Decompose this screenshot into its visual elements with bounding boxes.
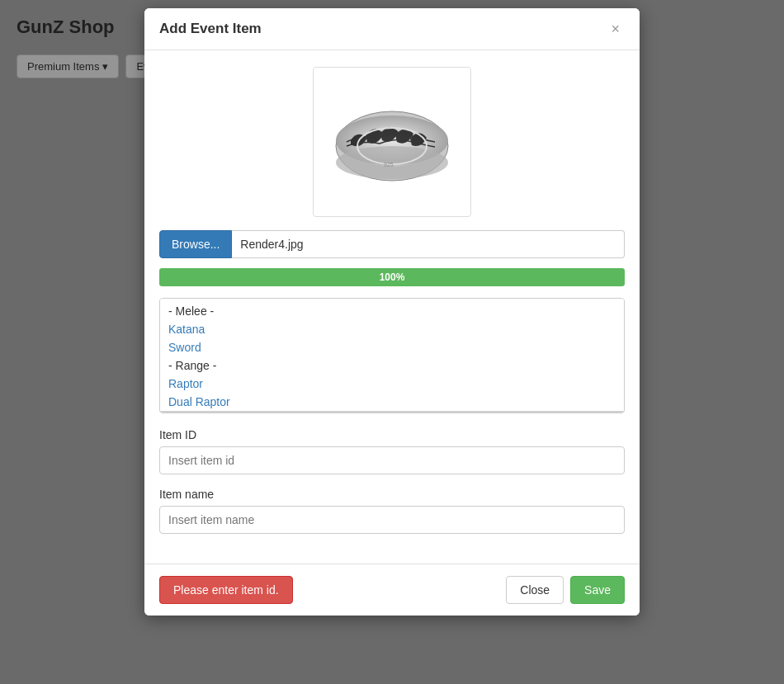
- select-option-range[interactable]: - Range -: [160, 356, 624, 375]
- modal-footer: Please enter item id. Close Save: [144, 564, 640, 616]
- select-option-dual-raptor[interactable]: Dual Raptor: [160, 393, 624, 411]
- select-option-melee[interactable]: - Melee -: [160, 302, 624, 320]
- progress-container: 100%: [159, 268, 625, 286]
- save-button[interactable]: Save: [570, 576, 625, 604]
- select-option-raptor[interactable]: Raptor: [160, 375, 624, 393]
- browse-button[interactable]: Browse...: [159, 230, 232, 258]
- item-id-label: Item ID: [159, 428, 625, 441]
- progress-label: 100%: [159, 271, 625, 283]
- item-id-input[interactable]: [159, 446, 625, 474]
- select-option-sword[interactable]: Sword: [160, 338, 624, 356]
- add-event-item-modal: Add Event Item ×: [144, 8, 640, 616]
- svg-text:925: 925: [384, 162, 394, 167]
- select-option-katana[interactable]: Katana: [160, 320, 624, 338]
- modal-body: 925 Browse... Render4.jpg 100% - Melee -…: [144, 50, 640, 564]
- file-name-display: Render4.jpg: [232, 230, 625, 258]
- item-name-input[interactable]: [159, 506, 625, 534]
- modal-overlay: Add Event Item ×: [0, 0, 784, 684]
- select-option-shotgun[interactable]: Shotgun: [160, 411, 624, 413]
- item-type-select[interactable]: - Melee - Katana Sword - Range - Raptor …: [159, 298, 625, 413]
- file-input-row: Browse... Render4.jpg: [159, 230, 625, 258]
- footer-actions: Close Save: [506, 576, 625, 604]
- item-id-group: Item ID: [159, 428, 625, 474]
- modal-close-button[interactable]: ×: [606, 20, 625, 38]
- item-name-group: Item name: [159, 488, 625, 534]
- close-button[interactable]: Close: [506, 576, 564, 604]
- modal-title: Add Event Item: [159, 21, 262, 37]
- image-preview: 925: [313, 67, 471, 217]
- error-message-button: Please enter item id.: [159, 576, 293, 604]
- item-name-label: Item name: [159, 488, 625, 501]
- ring-image: 925: [326, 84, 458, 200]
- modal-header: Add Event Item ×: [144, 8, 640, 50]
